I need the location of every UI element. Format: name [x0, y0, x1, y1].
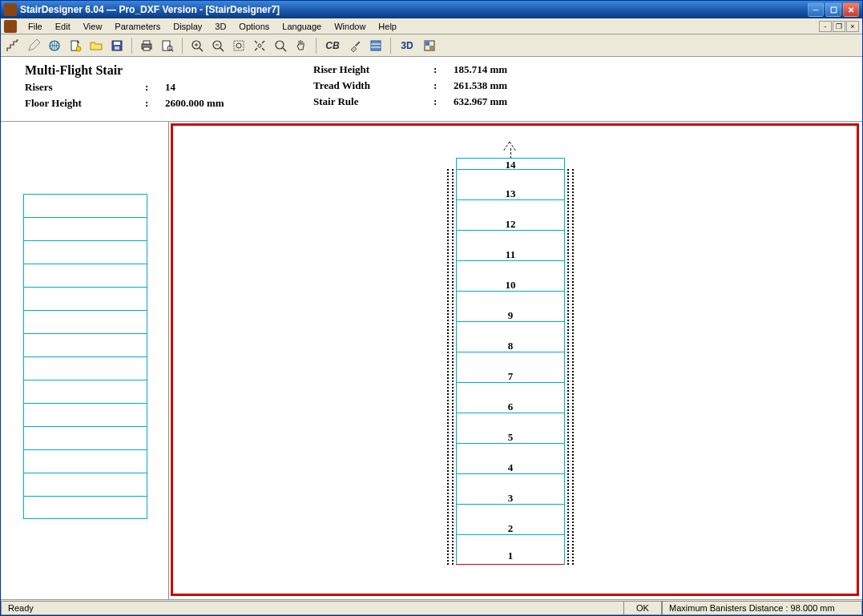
stair-plan[interactable]: 1413121110987654321: [456, 158, 565, 565]
svg-point-20: [236, 43, 241, 48]
svg-point-21: [258, 44, 261, 47]
side-step: [23, 240, 147, 264]
toolbar-separator: [182, 38, 183, 54]
tread[interactable]: 14: [456, 158, 565, 169]
tread-number: 4: [457, 461, 564, 474]
menu-parameters[interactable]: Parameters: [108, 20, 167, 33]
zoom-in-icon[interactable]: [188, 37, 206, 54]
tread[interactable]: 6: [456, 382, 565, 413]
menu-3d[interactable]: 3D: [208, 20, 232, 33]
mdi-minimize-button[interactable]: -: [819, 21, 832, 32]
toolbar-separator: [131, 38, 132, 54]
titlebar: StairDesigner 6.04 — Pro_DXF Version - […: [1, 1, 862, 18]
side-step: [23, 473, 147, 496]
tread[interactable]: 13: [456, 169, 565, 199]
tread[interactable]: 5: [456, 413, 565, 443]
tread[interactable]: 3: [456, 473, 565, 504]
main-view[interactable]: 1413121110987654321: [169, 122, 862, 599]
menu-options[interactable]: Options: [232, 20, 276, 33]
side-step: [23, 380, 147, 403]
svg-rect-5: [115, 46, 119, 50]
tread[interactable]: 1: [456, 534, 565, 565]
menu-file[interactable]: File: [22, 20, 49, 33]
mdi-restore-button[interactable]: ❐: [833, 21, 845, 32]
workspace: 1413121110987654321: [1, 122, 862, 599]
tread[interactable]: 4: [456, 443, 565, 473]
direction-arrow-icon: [502, 140, 518, 156]
new-stair-icon[interactable]: [4, 37, 22, 54]
doc-icon: [4, 20, 17, 33]
cb-button[interactable]: CB: [322, 37, 343, 54]
risers-label: Risers: [25, 81, 145, 94]
side-step: [23, 449, 147, 473]
stair-rule-label: Stair Rule: [313, 95, 434, 108]
tread[interactable]: 12: [456, 199, 565, 230]
svg-point-22: [276, 41, 284, 49]
menu-view[interactable]: View: [77, 20, 109, 33]
menu-display[interactable]: Display: [167, 20, 208, 33]
banister-left: [447, 169, 454, 565]
menu-help[interactable]: Help: [372, 20, 403, 33]
menu-language[interactable]: Language: [276, 20, 328, 33]
tread[interactable]: 7: [456, 352, 565, 382]
statusbar: Ready OK Maximum Banisters Distance : 98…: [1, 599, 862, 615]
print-preview-icon[interactable]: [159, 37, 176, 54]
svg-point-2: [76, 46, 81, 51]
svg-rect-28: [425, 42, 429, 46]
open-icon[interactable]: [87, 37, 105, 54]
toolbar-separator: [390, 38, 391, 54]
mdi-close-button[interactable]: ×: [846, 21, 859, 32]
tread-number: 6: [457, 401, 564, 413]
side-step: [23, 496, 147, 519]
tread[interactable]: 10: [456, 260, 565, 291]
tread[interactable]: 9: [456, 291, 565, 321]
zoom-extent-icon[interactable]: [251, 37, 268, 54]
color-view-icon[interactable]: [421, 37, 438, 54]
tread[interactable]: 2: [456, 504, 565, 534]
side-step: [23, 356, 147, 380]
app-icon: [4, 3, 17, 16]
pan-icon[interactable]: [292, 37, 310, 54]
tread[interactable]: 11: [456, 230, 565, 260]
side-step: [23, 194, 147, 217]
side-step: [23, 403, 147, 426]
view-plan-icon[interactable]: [367, 37, 385, 54]
tread-number: 10: [457, 279, 564, 292]
svg-rect-4: [114, 42, 120, 45]
tread-number: 13: [457, 187, 564, 200]
side-step: [23, 310, 147, 333]
menu-edit[interactable]: Edit: [49, 20, 77, 33]
save-icon[interactable]: [108, 37, 126, 54]
menu-window[interactable]: Window: [328, 20, 372, 33]
3d-button[interactable]: 3D: [397, 37, 417, 54]
print-icon[interactable]: [138, 37, 155, 54]
svg-line-17: [220, 48, 224, 51]
zoom-fit-icon[interactable]: [230, 37, 248, 54]
side-panel[interactable]: [1, 122, 169, 599]
status-ready: Ready: [1, 601, 623, 615]
pencil-icon[interactable]: [25, 37, 42, 54]
floor-height-value: 2600.000 mm: [165, 97, 224, 110]
brush-icon[interactable]: [346, 37, 364, 54]
window-controls: ─ ☐ ✕: [808, 2, 859, 17]
close-button[interactable]: ✕: [843, 2, 859, 17]
tread-number: 1: [457, 550, 564, 562]
side-step: [23, 287, 147, 310]
zoom-window-icon[interactable]: [272, 37, 289, 54]
minimize-button[interactable]: ─: [808, 2, 824, 17]
stair-title: Multi-Flight Stair: [25, 63, 313, 78]
riser-height-label: Riser Height: [313, 63, 434, 76]
globe-icon[interactable]: [46, 37, 63, 54]
svg-line-11: [171, 50, 173, 51]
menubar: File Edit View Parameters Display 3D Opt…: [1, 18, 862, 34]
side-step: [23, 426, 147, 449]
toolbar-separator: [316, 38, 317, 54]
zoom-out-icon[interactable]: [209, 37, 227, 54]
new-file-icon[interactable]: [67, 37, 84, 54]
risers-value: 14: [165, 81, 175, 94]
tread-number: 7: [457, 370, 564, 383]
tread-number: 9: [457, 309, 564, 322]
mdi-controls: - ❐ ×: [819, 21, 861, 32]
tread[interactable]: 8: [456, 321, 565, 352]
maximize-button[interactable]: ☐: [825, 2, 841, 17]
